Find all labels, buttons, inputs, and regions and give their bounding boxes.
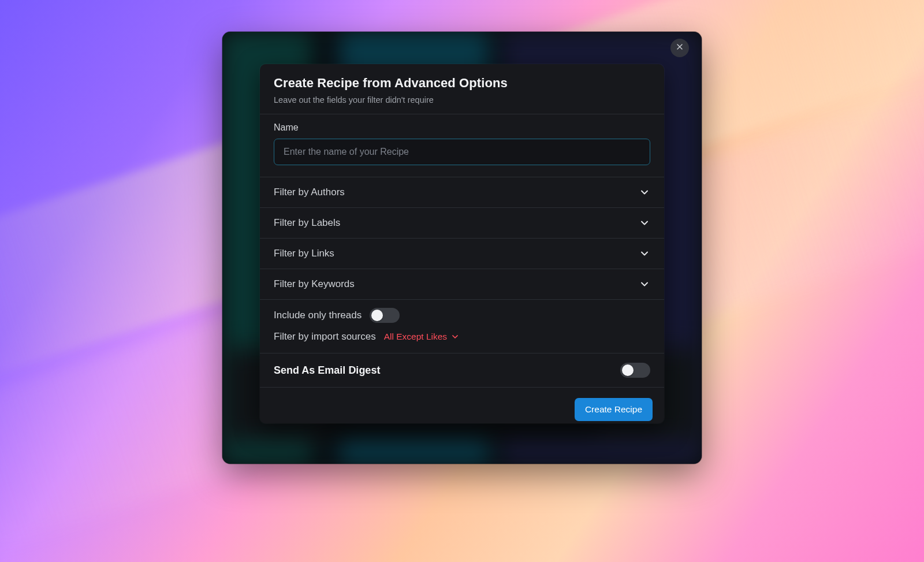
filter-keywords-label: Filter by Keywords <box>274 278 355 290</box>
modal-footer: Create Recipe <box>260 388 664 423</box>
modal-subtitle: Leave out the fields your filter didn't … <box>274 95 650 105</box>
filter-links-row[interactable]: Filter by Links <box>260 239 664 269</box>
chevron-down-icon <box>639 217 650 229</box>
threads-toggle[interactable] <box>370 308 400 323</box>
name-section: Name <box>260 114 664 177</box>
threads-option-row: Include only threads <box>274 308 650 323</box>
name-label: Name <box>274 122 650 133</box>
filter-links-label: Filter by Links <box>274 248 334 259</box>
close-icon <box>675 42 684 54</box>
toggle-knob <box>622 364 634 376</box>
import-sources-label: Filter by import sources <box>274 331 376 343</box>
close-button[interactable] <box>670 39 689 57</box>
toggle-knob <box>371 310 383 321</box>
create-recipe-button[interactable]: Create Recipe <box>575 398 653 421</box>
options-section: Include only threads Filter by import so… <box>260 300 664 353</box>
email-digest-label: Send As Email Digest <box>274 364 380 377</box>
chevron-down-icon <box>450 332 460 341</box>
email-digest-toggle[interactable] <box>620 363 650 378</box>
import-sources-row: Filter by import sources All Except Like… <box>274 331 650 343</box>
chevron-down-icon <box>639 187 650 198</box>
filter-labels-row[interactable]: Filter by Labels <box>260 208 664 239</box>
chevron-down-icon <box>639 248 650 259</box>
recipe-name-input[interactable] <box>274 139 650 165</box>
app-window: Create Recipe from Advanced Options Leav… <box>222 32 702 464</box>
threads-label: Include only threads <box>274 310 362 321</box>
import-sources-select[interactable]: All Except Likes <box>384 332 460 342</box>
filter-labels-label: Filter by Labels <box>274 217 340 229</box>
modal-header: Create Recipe from Advanced Options Leav… <box>260 64 664 114</box>
modal-title: Create Recipe from Advanced Options <box>274 76 650 91</box>
filter-authors-row[interactable]: Filter by Authors <box>260 177 664 208</box>
import-sources-value: All Except Likes <box>384 332 447 342</box>
filter-authors-label: Filter by Authors <box>274 187 345 198</box>
chevron-down-icon <box>639 278 650 290</box>
email-digest-section: Send As Email Digest <box>260 353 664 388</box>
filter-keywords-row[interactable]: Filter by Keywords <box>260 269 664 300</box>
create-recipe-modal: Create Recipe from Advanced Options Leav… <box>260 64 664 423</box>
